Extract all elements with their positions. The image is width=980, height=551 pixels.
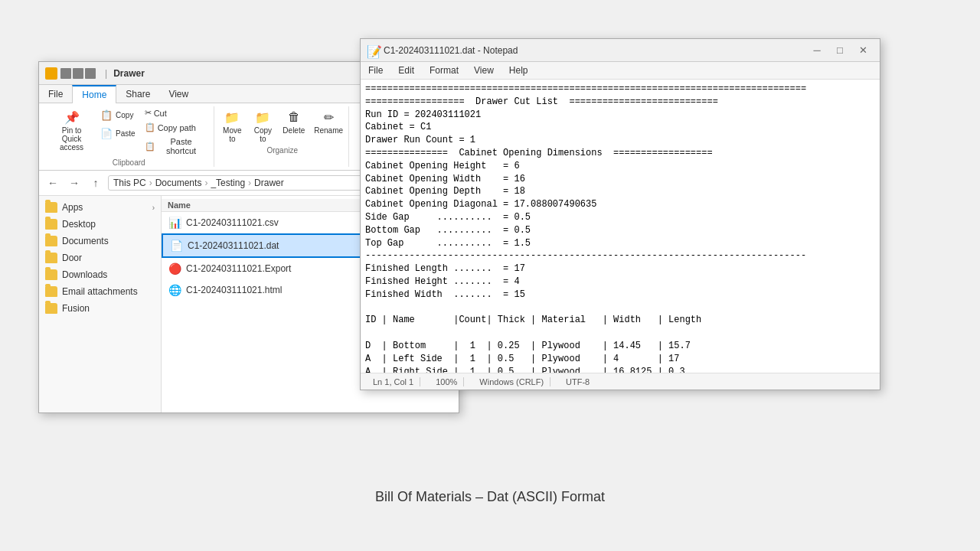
folder-icon <box>45 303 57 314</box>
file-name-export: C1-202403111021.Export <box>186 263 291 274</box>
notepad-minimize-button[interactable]: ─ <box>806 41 828 60</box>
folder-icon <box>45 219 57 230</box>
sidebar-item-desktop[interactable]: Desktop <box>39 216 161 233</box>
notepad-window: 📝 C1-202403111021.dat - Notepad ─ □ ✕ Fi… <box>360 38 880 390</box>
sidebar-item-fusion[interactable]: Fusion <box>39 300 161 317</box>
nav-icon-2 <box>73 68 83 79</box>
sidebar-item-email[interactable]: Email attachments <box>39 283 161 300</box>
sidebar-item-apps[interactable]: Apps › <box>39 199 161 216</box>
menu-file[interactable]: File <box>361 64 390 77</box>
sidebar-label-door: Door <box>62 253 82 263</box>
breadcrumb-documents: Documents <box>155 178 202 188</box>
cut-icon: ✂ <box>145 108 152 118</box>
folder-icon <box>45 286 57 297</box>
up-button[interactable]: ↑ <box>87 174 105 192</box>
paste-button[interactable]: 📄 Paste <box>96 125 139 142</box>
sidebar-item-documents[interactable]: Documents <box>39 233 161 249</box>
notepad-close-button[interactable]: ✕ <box>852 41 874 60</box>
arrow-icon: › <box>152 204 155 212</box>
caption-text: Bill Of Materials – Dat (ASCII) Format <box>375 489 605 504</box>
folder-icon <box>45 269 57 280</box>
folder-icon <box>45 202 57 213</box>
notepad-icon: 📝 <box>367 44 379 57</box>
menu-format[interactable]: Format <box>422 64 466 77</box>
explorer-window-icon <box>45 67 57 80</box>
copyto-label: Copyto <box>254 126 272 143</box>
forward-button[interactable]: → <box>65 174 83 192</box>
menu-edit[interactable]: Edit <box>390 64 422 77</box>
delete-label: Delete <box>283 126 305 135</box>
notepad-menu: File Edit Format View Help <box>361 62 880 80</box>
csv-file-icon: 📊 <box>168 216 181 230</box>
move-to-button[interactable]: 📁 Moveto <box>218 106 246 145</box>
folder-icon <box>45 236 57 246</box>
paste-label: Paste <box>116 129 136 138</box>
cut-copy-path-group: ✂ Cut 📋 Copy path 📋 Paste shortcut <box>142 106 208 157</box>
paste-shortcut-label: Paste shortcut <box>158 137 205 155</box>
folder-icon <box>45 253 57 263</box>
sidebar-item-door[interactable]: Door <box>39 249 161 266</box>
file-name-html: C1-202403111021.html <box>186 285 282 295</box>
breadcrumb-this-pc: This PC <box>113 178 146 188</box>
breadcrumb-drawer: Drawer <box>254 178 284 188</box>
copy-to-button[interactable]: 📁 Copyto <box>249 106 276 145</box>
tab-file[interactable]: File <box>39 85 72 103</box>
export-file-icon: 🔴 <box>168 262 181 276</box>
organize-group: 📁 Moveto 📁 Copyto 🗑 Delete ✏ <box>216 106 349 167</box>
sidebar-label-fusion: Fusion <box>62 303 90 314</box>
rename-button[interactable]: ✏ Rename <box>311 106 346 136</box>
organize-buttons: 📁 Moveto 📁 Copyto 🗑 Delete ✏ <box>218 106 346 145</box>
breadcrumb-testing: _Testing <box>211 178 245 188</box>
titlebar-nav-icons <box>60 68 96 79</box>
tab-view[interactable]: View <box>159 85 198 103</box>
paste-icon: 📄 <box>100 126 113 140</box>
copy-path-icon: 📋 <box>145 122 155 132</box>
pin-to-quick-button[interactable]: 📌 Pin to Quickaccess <box>50 106 93 153</box>
cut-label: Cut <box>154 109 167 118</box>
notepad-statusbar: Ln 1, Col 1 100% Windows (CRLF) UTF-8 <box>361 373 880 390</box>
paste-shortcut-icon: 📋 <box>145 142 155 152</box>
menu-view[interactable]: View <box>466 64 501 77</box>
statusbar-encoding: UTF-8 <box>560 377 596 386</box>
notepad-maximize-button[interactable]: □ <box>829 41 851 60</box>
menu-help[interactable]: Help <box>501 64 536 77</box>
statusbar-position: Ln 1, Col 1 <box>367 377 420 386</box>
pin-label: Pin to Quickaccess <box>53 126 90 152</box>
tab-home[interactable]: Home <box>72 85 116 103</box>
file-name-dat: C1-202403111021.dat <box>188 240 279 251</box>
rename-label: Rename <box>314 126 343 135</box>
page-caption: Bill Of Materials – Dat (ASCII) Format <box>38 489 942 505</box>
clipboard-buttons: 📌 Pin to Quickaccess 📋 Copy 📄 Paste <box>50 106 207 157</box>
notepad-titlebar: 📝 C1-202403111021.dat - Notepad ─ □ ✕ <box>361 39 880 62</box>
clipboard-label: Clipboard <box>113 158 145 167</box>
notepad-title: C1-202403111021.dat - Notepad <box>384 45 802 56</box>
copy-path-label: Copy path <box>158 123 196 132</box>
html-file-icon: 🌐 <box>168 283 181 297</box>
notepad-content[interactable]: ========================================… <box>361 80 880 373</box>
nav-icon-3 <box>85 68 96 79</box>
tab-share[interactable]: Share <box>116 85 159 103</box>
sidebar: Apps › Desktop Documents Door Down <box>39 196 162 412</box>
dat-file-icon: 📄 <box>169 239 183 253</box>
copy-paste-group: 📋 Copy 📄 Paste <box>96 106 139 142</box>
explorer-title: Drawer <box>113 68 391 79</box>
notepad-controls: ─ □ ✕ <box>806 41 874 60</box>
statusbar-line-ending: Windows (CRLF) <box>473 377 550 386</box>
pin-icon: 📌 <box>63 108 81 126</box>
copy-button[interactable]: 📋 Copy <box>96 106 139 123</box>
sidebar-item-downloads[interactable]: Downloads <box>39 266 161 283</box>
statusbar-zoom: 100% <box>430 377 464 386</box>
file-name-csv: C1-202403111021.csv <box>186 217 279 228</box>
sidebar-label-desktop: Desktop <box>62 219 96 230</box>
sidebar-label-documents: Documents <box>62 236 109 246</box>
titlebar-sep: | <box>105 68 107 79</box>
sidebar-label-downloads: Downloads <box>62 269 107 280</box>
back-button[interactable]: ← <box>44 174 62 192</box>
delete-button[interactable]: 🗑 Delete <box>279 106 308 136</box>
copy-path-button[interactable]: 📋 Copy path <box>142 121 208 134</box>
clipboard-group: 📌 Pin to Quickaccess 📋 Copy 📄 Paste <box>44 106 214 167</box>
sidebar-label-email: Email attachments <box>62 286 138 297</box>
paste-shortcut-button[interactable]: 📋 Paste shortcut <box>142 135 208 157</box>
move-label: Moveto <box>223 126 241 143</box>
cut-button[interactable]: ✂ Cut <box>142 106 208 119</box>
